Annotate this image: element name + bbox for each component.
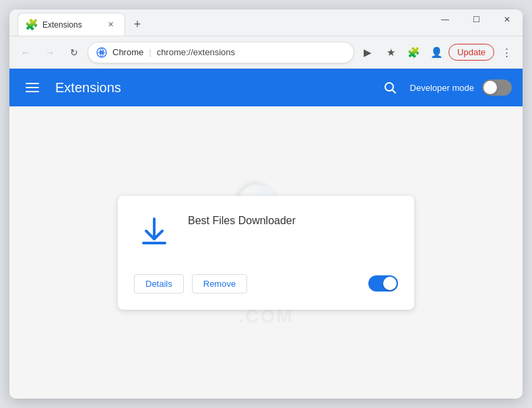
extension-toggle-knob [383, 277, 397, 290]
more-menu-icon[interactable]: ⋮ [496, 42, 517, 63]
menu-button[interactable] [20, 75, 44, 100]
tab-close-button[interactable]: ✕ [104, 19, 117, 31]
window-controls: — ☐ ✕ [430, 9, 523, 30]
search-icon-button[interactable] [378, 75, 402, 100]
page-title: Extensions [55, 80, 367, 96]
address-bar[interactable]: Chrome | chrome://extensions [88, 42, 354, 63]
toolbar-icons: ▶ ★ 🧩 👤 Update ⋮ [357, 42, 517, 63]
developer-mode-toggle[interactable] [482, 79, 512, 96]
extension-info: Best Files Downloader [188, 212, 398, 227]
maximize-button[interactable]: ☐ [461, 9, 492, 30]
address-divider: | [149, 47, 151, 57]
update-button[interactable]: Update [448, 44, 494, 61]
card-footer: Details Remove [134, 274, 398, 294]
extension-card: Best Files Downloader Details Remove [118, 196, 414, 310]
tab-favicon: 🧩 [26, 20, 37, 30]
back-button[interactable]: ← [15, 42, 36, 63]
extension-toggle[interactable] [368, 275, 398, 292]
site-icon [96, 47, 107, 58]
minimize-button[interactable]: — [430, 9, 461, 30]
extension-name: Best Files Downloader [188, 215, 398, 227]
browser-window: — ☐ ✕ 🧩 Extensions ✕ + ← → ↻ [9, 9, 523, 399]
cast-icon[interactable]: ▶ [357, 42, 378, 63]
extensions-icon[interactable]: 🧩 [403, 42, 424, 63]
page-content: 🔍 RISK .COM Best Files Downloader [9, 106, 523, 399]
page-header: Extensions Developer mode [9, 69, 523, 106]
title-bar: — ☐ ✕ 🧩 Extensions ✕ + [9, 9, 523, 36]
bookmark-icon[interactable]: ★ [380, 42, 401, 63]
reload-button[interactable]: ↻ [63, 42, 85, 63]
new-tab-button[interactable]: + [128, 15, 147, 34]
active-tab[interactable]: 🧩 Extensions ✕ [18, 13, 125, 36]
tab-bar: 🧩 Extensions ✕ + [15, 9, 147, 36]
close-button[interactable]: ✕ [492, 9, 523, 30]
address-bar-row: ← → ↻ Chrome | chrome://extensions ▶ ★ 🧩… [9, 36, 523, 69]
tab-title: Extensions [42, 20, 99, 30]
remove-button[interactable]: Remove [192, 274, 247, 294]
details-button[interactable]: Details [134, 274, 184, 294]
address-url: chrome://extensions [157, 47, 235, 57]
header-actions: Developer mode [378, 75, 512, 100]
extension-icon [134, 212, 174, 252]
card-header: Best Files Downloader [134, 212, 398, 252]
toggle-knob [484, 81, 497, 94]
hamburger-icon [26, 83, 39, 92]
svg-line-4 [392, 90, 395, 94]
site-name: Chrome [112, 47, 143, 57]
profile-icon[interactable]: 👤 [426, 42, 447, 63]
forward-button[interactable]: → [39, 42, 61, 63]
developer-mode-label: Developer mode [410, 83, 474, 93]
